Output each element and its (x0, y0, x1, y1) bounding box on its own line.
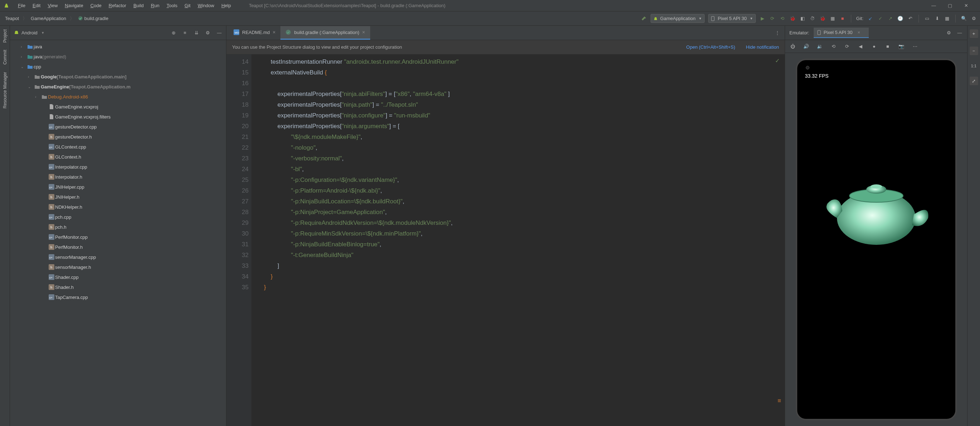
tree-item[interactable]: c+JNIHelper.cpp (10, 182, 226, 192)
tree-item[interactable]: c+gestureDetector.cpp (10, 122, 226, 132)
app-inspection-icon[interactable]: ▦ (829, 15, 836, 22)
tree-item[interactable]: GameEngine.vcxproj.filters (10, 112, 226, 122)
project-tool-button[interactable]: Project (3, 29, 8, 43)
git-history-icon[interactable]: 🕘 (897, 15, 904, 22)
git-rollback-icon[interactable]: ↶ (907, 15, 913, 22)
close-tab-icon[interactable]: × (272, 29, 275, 35)
rotate-left-icon[interactable]: ⟲ (830, 43, 837, 50)
tree-item[interactable]: hGLContext.h (10, 152, 226, 162)
fit-button[interactable]: ⤢ (970, 77, 978, 85)
menu-edit[interactable]: Edit (29, 3, 44, 8)
back-icon[interactable]: ◀ (858, 43, 864, 50)
tree-item[interactable]: hsensorManager.h (10, 262, 226, 272)
menu-tools[interactable]: Tools (163, 3, 181, 8)
power-icon[interactable]: ⏻ (789, 43, 796, 50)
breadcrumb-root[interactable]: Teapot (3, 16, 21, 21)
menu-refactor[interactable]: Refactor (105, 3, 130, 8)
tree-item[interactable]: hJNIHelper.h (10, 192, 226, 202)
zoom-level[interactable]: 1:1 (971, 64, 977, 68)
tree-item[interactable]: hgestureDetector.h (10, 132, 226, 142)
avd-manager-icon[interactable]: ▭ (924, 15, 930, 22)
menu-help[interactable]: Help (218, 3, 235, 8)
device-frame[interactable]: 33.32 FPS (796, 59, 957, 420)
tree-item[interactable]: ›Google [Teapot.GameApplication.main] (10, 72, 226, 81)
tree-item[interactable]: hpch.h (10, 222, 226, 232)
settings-icon[interactable]: ⚙ (971, 15, 977, 22)
minimize-icon[interactable]: — (931, 3, 937, 9)
tree-item[interactable]: c+sensorManager.cpp (10, 252, 226, 262)
search-everywhere-icon[interactable]: 🔍 (961, 15, 967, 22)
tree-item[interactable]: c+pch.cpp (10, 212, 226, 222)
volume-down-icon[interactable]: 🔉 (816, 43, 823, 50)
zoom-in-button[interactable]: ＋ (970, 29, 978, 38)
profile-icon[interactable]: ⏱ (810, 15, 816, 22)
menu-run[interactable]: Run (147, 3, 163, 8)
banner-open-link[interactable]: Open (Ctrl+Alt+Shift+S) (686, 45, 735, 50)
emulator-device-tab[interactable]: Pixel 5 API 30 × (814, 27, 869, 38)
run-icon[interactable]: ▶ (759, 15, 766, 22)
overview-icon[interactable]: ■ (885, 43, 891, 50)
device-combo[interactable]: Pixel 5 API 30 (708, 14, 756, 23)
tree-item[interactable]: c+Interpolator.cpp (10, 162, 226, 172)
code-lens-icon[interactable]: ≡ (778, 397, 781, 405)
menu-navigate[interactable]: Navigate (61, 3, 87, 8)
home-icon[interactable]: ● (871, 43, 877, 50)
show-options-icon[interactable]: ⚙ (205, 30, 211, 36)
project-view-selector[interactable]: Android ▾ (14, 30, 44, 36)
code-editor[interactable]: 1415161718192021222324252627282930313233… (226, 54, 785, 426)
hide-panel-icon[interactable]: — (216, 30, 223, 36)
zoom-out-button[interactable]: － (970, 46, 978, 55)
tree-item[interactable]: c+GLContext.cpp (10, 142, 226, 152)
expand-all-icon[interactable]: ≡ (182, 30, 188, 36)
volume-up-icon[interactable]: 🔊 (803, 43, 810, 50)
stop-icon[interactable]: ■ (840, 15, 846, 22)
apply-code-icon[interactable]: ⟲ (780, 15, 786, 22)
menu-code[interactable]: Code (87, 3, 105, 8)
editor-tab[interactable]: MDREADME.md× (229, 26, 280, 40)
hammer-icon[interactable] (641, 15, 647, 22)
menu-build[interactable]: Build (130, 3, 147, 8)
close-icon[interactable]: ✕ (964, 3, 970, 9)
breadcrumb-file[interactable]: build.gradle (76, 16, 111, 21)
tree-item[interactable]: ⌄GameEngine [Teapot.GameApplication.m (10, 81, 226, 92)
editor-tab[interactable]: build.gradle (:GameApplication)× (280, 26, 370, 40)
code-text[interactable]: testInstrumentationRunner "androidx.test… (251, 54, 785, 426)
select-opened-file-icon[interactable]: ⊕ (170, 30, 177, 36)
run-config-combo[interactable]: GameApplication (651, 14, 705, 23)
tree-item[interactable]: ›java (generated) (10, 51, 226, 62)
apply-changes-icon[interactable]: ⟳ (769, 15, 776, 22)
menu-view[interactable]: View (44, 3, 61, 8)
resource-manager-tool-button[interactable]: Resource Manager (3, 72, 8, 108)
menu-file[interactable]: File (14, 3, 29, 8)
git-commit-icon[interactable]: ✓ (877, 15, 883, 22)
attach-debugger-icon[interactable]: 🐞 (819, 15, 826, 22)
emulator-settings-icon[interactable]: ⚙ (946, 30, 952, 36)
tree-item[interactable]: GameEngine.vcxproj (10, 102, 226, 112)
menu-git[interactable]: Git (181, 3, 194, 8)
project-tree[interactable]: ›java›java (generated)⌄cpp›Google [Teapo… (10, 40, 226, 426)
banner-hide-link[interactable]: Hide notification (746, 45, 780, 50)
rotate-right-icon[interactable]: ⟳ (844, 43, 850, 50)
tree-item[interactable]: c+TapCamera.cpp (10, 292, 226, 302)
tabs-overflow-icon[interactable]: ⋮ (770, 30, 785, 35)
emulator-hide-icon[interactable]: — (956, 30, 963, 36)
inspection-ok-icon[interactable]: ✓ (775, 57, 780, 64)
tree-item[interactable]: c+Shader.cpp (10, 272, 226, 282)
menu-window[interactable]: Window (194, 3, 218, 8)
tree-item[interactable]: hShader.h (10, 282, 226, 292)
git-update-icon[interactable]: ↙ (867, 15, 873, 22)
tree-item[interactable]: ›Debug.Android-x86 (10, 92, 226, 102)
commit-tool-button[interactable]: Commit (3, 50, 8, 64)
tree-item[interactable]: c+PerfMonitor.cpp (10, 232, 226, 242)
maximize-icon[interactable]: ▢ (948, 3, 953, 9)
more-icon[interactable]: ⋯ (912, 43, 918, 50)
close-tab-icon[interactable]: × (362, 29, 365, 35)
tree-item[interactable]: hPerfMonitor.h (10, 242, 226, 252)
coverage-icon[interactable]: ◧ (799, 15, 806, 22)
tree-item[interactable]: hNDKHelper.h (10, 202, 226, 212)
git-push-icon[interactable]: ↗ (887, 15, 893, 22)
debug-icon[interactable]: 🐞 (789, 15, 796, 22)
screenshot-icon[interactable]: 📷 (898, 43, 905, 50)
resource-manager-icon[interactable]: ▦ (944, 15, 950, 22)
tree-item[interactable]: ›java (10, 41, 226, 51)
